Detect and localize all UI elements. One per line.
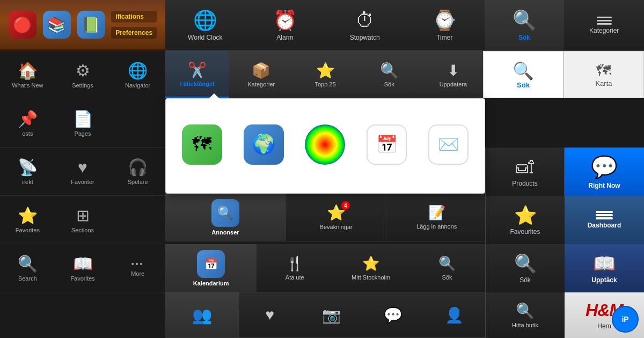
topp25-label: Topp 25 — [314, 81, 335, 87]
mitt-stockholm-cell[interactable]: ⭐ Mitt Stockholm — [333, 244, 409, 292]
blickfanget-label: I blickfånget — [180, 80, 215, 87]
globe-app-icon: 🌍 — [244, 124, 284, 165]
sidebar-item-spelare[interactable]: 🎧 Spelare — [110, 148, 165, 195]
cat-item-kategorier[interactable]: 📦 Kategorier — [229, 51, 293, 98]
sidebar-item-sections[interactable]: ⊞ Sections — [55, 196, 111, 244]
popup-globe[interactable]: 🌍 — [237, 124, 290, 168]
cat-item-uppdatera[interactable]: ⬇ Uppdatera — [421, 51, 485, 98]
mitt-stockholm-label: Mitt Stockholm — [352, 274, 390, 281]
sidebar-item-favorites2[interactable]: 📖 Favorites — [55, 244, 111, 292]
kal-sok-cell[interactable]: 🔍 Sök — [409, 244, 485, 292]
kalendarium-cell[interactable]: 📅 Kalendarium — [165, 244, 257, 292]
speech-cell[interactable]: 💬 — [362, 292, 424, 337]
letter-app-icon: ✉️ — [428, 124, 469, 165]
lagg-in-cell[interactable]: 📝 Lägg in annons — [386, 193, 487, 241]
ata-ute-label: Äta ute — [286, 274, 304, 281]
preferences-button[interactable]: Preferences — [111, 27, 157, 39]
star-badge-icon: ⭐ 4 — [327, 204, 346, 222]
cat-bar: ✂️ I blickfånget 📦 Kategorier ⭐ Topp 25 … — [165, 51, 485, 98]
hitta-cell[interactable]: 🔍 Hitta butik — [485, 292, 565, 338]
popup-color-wheel[interactable] — [298, 124, 352, 168]
people-cell[interactable]: 👥 — [165, 292, 239, 337]
cat-item-sok[interactable]: 🔍 Sök — [357, 51, 421, 98]
sidebar-item-search[interactable]: 🔍 Search — [0, 244, 55, 292]
top-bar-stopwatch[interactable]: ⏱ Stopwatch — [325, 0, 405, 50]
top-bar-kategorier[interactable]: Kategorier — [564, 0, 644, 50]
products-cell[interactable]: 🛋 Products — [485, 148, 565, 196]
bevakningar-badge: 4 — [341, 201, 350, 210]
navigator-label: Navigator — [125, 82, 150, 89]
cat-item-blickfanget[interactable]: ✂️ I blickfånget — [165, 51, 229, 98]
favourites-cell[interactable]: ⭐ Favourites — [485, 196, 565, 244]
cat-item-topp25[interactable]: ⭐ Topp 25 — [293, 51, 357, 98]
ata-ute-cell[interactable]: 🍴 Äta ute — [257, 244, 333, 292]
sidebar-item-posts[interactable]: 📌 osts — [0, 99, 55, 147]
top-bar-alarm[interactable]: ⏰ Alarm — [245, 0, 325, 50]
dashboard-cell[interactable]: Dashboard — [565, 196, 644, 244]
star-location-icon: ⭐ — [362, 255, 379, 272]
sidebar-item-pages[interactable]: 📄 Pages — [55, 99, 111, 147]
left-row-2: 📌 osts 📄 Pages — [0, 99, 165, 148]
maps-app-icon: 🗺 — [182, 124, 222, 165]
kalendarium-row: 📅 Kalendarium 🍴 Äta ute ⭐ Mitt Stockholm… — [165, 244, 485, 292]
top-bar-sok[interactable]: 🔍 Sök — [485, 0, 565, 50]
sok-right-cell[interactable]: 🔍 Sök — [485, 244, 565, 292]
popup-calendar[interactable]: 📅 — [360, 124, 414, 168]
ip-text: iP — [621, 315, 628, 324]
edit-icon: 📝 — [428, 204, 445, 221]
cat-sok-label: Sök — [384, 81, 394, 87]
products-label: Products — [512, 180, 537, 187]
sok-tab-label: Sök — [517, 81, 530, 89]
camera-cell[interactable]: 📷 — [301, 292, 362, 337]
contacts-cell[interactable]: 👤 — [423, 292, 485, 337]
sidebar-item-favoriter[interactable]: ♥ Favoriter — [55, 148, 111, 195]
scissors-icon: ✂️ — [188, 61, 207, 79]
sidebar-item-empty2 — [110, 196, 165, 244]
calendar-app-icon: 📅 — [367, 124, 407, 165]
top-bar-world-clock[interactable]: 🌐 World Clock — [165, 0, 245, 50]
sidebar-item-navigator[interactable]: 🌐 Navigator — [110, 51, 165, 99]
sok-tab-icon: 🔍 — [513, 61, 534, 81]
heart-bottom-cell[interactable]: ♥ — [239, 292, 301, 337]
right-now-cell[interactable]: 💬 Right Now — [565, 148, 644, 196]
bevakningar-cell[interactable]: ⭐ 4 Bevakningar — [286, 193, 387, 241]
karta-tab[interactable]: 🗺 Karta — [564, 51, 644, 98]
upptack-cell[interactable]: 📖 Upptäck — [565, 244, 644, 292]
dashboard-icon — [596, 211, 613, 219]
fork-icon: 🍴 — [286, 255, 303, 272]
sidebar-item-direkt[interactable]: 📡 irekt — [0, 148, 55, 195]
sok-label: Sök — [518, 34, 530, 41]
cat-kategorier-label: Kategorier — [247, 81, 275, 87]
calendar-blue-icon: 📅 — [197, 250, 225, 278]
left-row-4: ⭐ Favorites ⊞ Sections — [0, 196, 165, 244]
sidebar-item-favorites[interactable]: ⭐ Favorites — [0, 196, 55, 244]
sok-right-icon: 🔍 — [514, 253, 537, 274]
sidebar-item-settings[interactable]: ⚙ Settings — [55, 51, 111, 99]
speech-icon: 💬 — [384, 306, 402, 324]
annonser-label: Annonser — [211, 229, 239, 236]
sidebar-item-whats-new[interactable]: 🏠 What's New — [0, 51, 55, 99]
book-icon: 📖 — [593, 253, 616, 274]
left-panel: 🔴 📚 📗 ifications Preferences 🏠 What's Ne… — [0, 0, 165, 338]
app-popup: 🗺 🌍 📅 ✉️ — [165, 98, 485, 194]
sections-label: Sections — [71, 227, 94, 233]
people-icon: 👥 — [192, 306, 212, 325]
popup-maps[interactable]: 🗺 — [175, 124, 229, 168]
top-bar-timer[interactable]: ⌚ Timer — [405, 0, 485, 50]
notifications-button[interactable]: ifications — [111, 11, 157, 23]
chat-bubble-icon: 💬 — [591, 155, 618, 180]
search-magnify-icon: 🔍 — [211, 199, 239, 227]
shelf-app-icon3: 📗 — [77, 11, 105, 39]
annonser-cell[interactable]: 🔍 Annonser — [165, 193, 286, 241]
left-row-5: 🔍 Search 📖 Favorites ••• More — [0, 244, 165, 292]
sok-tab[interactable]: 🔍 Sök — [483, 51, 564, 98]
sok-icon: 🔍 — [513, 9, 537, 32]
shelf-area: 🔴 📚 📗 ifications Preferences — [0, 0, 165, 51]
more-label: More — [131, 270, 144, 277]
popup-letter[interactable]: ✉️ — [422, 124, 475, 168]
spelare-label: Spelare — [128, 179, 148, 185]
ip-logo: iP — [612, 306, 639, 333]
alarm-label: Alarm — [276, 34, 293, 41]
sidebar-item-more[interactable]: ••• More — [110, 244, 165, 292]
kategorier-hamburger-icon — [597, 17, 612, 25]
